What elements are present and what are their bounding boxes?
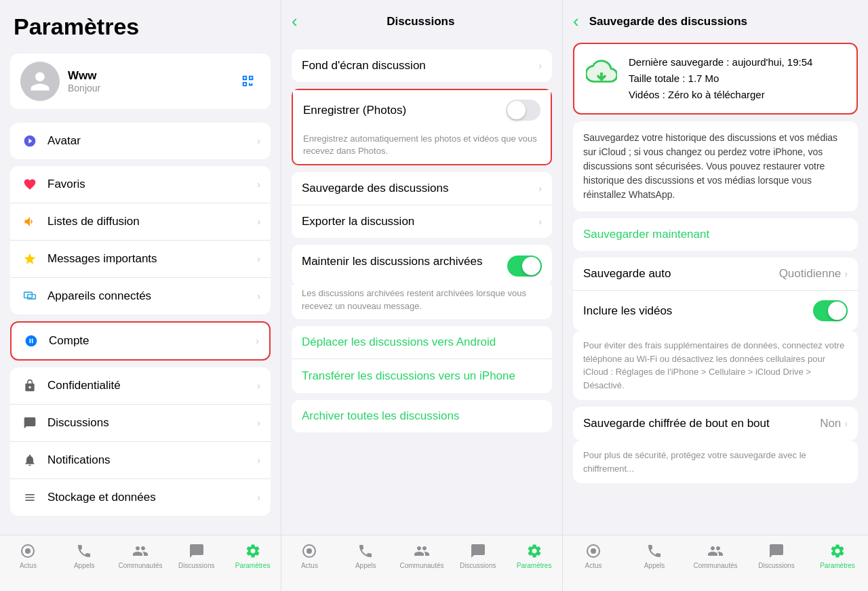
sidebar-item-favoris[interactable]: Favoris ›: [10, 166, 271, 203]
chevron-icon: ›: [256, 335, 259, 346]
tab-communautes-m[interactable]: Communautés: [394, 542, 450, 569]
svg-point-7: [591, 548, 596, 554]
sidebar-item-confidentialite-label: Confidentialité: [47, 379, 249, 392]
sidebar-item-messages-label: Messages importants: [47, 252, 249, 266]
description-card: Sauvegardez votre historique des discuss…: [573, 121, 858, 211]
sidebar-item-compte-label: Compte: [49, 334, 248, 348]
person-icon: [28, 70, 52, 93]
chevron-icon: ›: [538, 60, 542, 71]
tab-discussions-r[interactable]: Discussions: [746, 542, 807, 569]
menu-row-fond-ecran[interactable]: Fond d'écran discussion ›: [292, 49, 552, 82]
link-android[interactable]: Déplacer les discussions vers Android: [292, 326, 552, 359]
description-text: Sauvegardez votre historique des discuss…: [583, 131, 848, 202]
menu-row-exporter[interactable]: Exporter la discussion ›: [292, 205, 552, 238]
tab-parametres[interactable]: Paramètres: [224, 542, 281, 569]
parametres-icon: [244, 542, 262, 560]
fond-ecran-label: Fond d'écran discussion: [302, 59, 538, 73]
left-panel-header: Paramètres: [0, 0, 281, 47]
heart-icon: [20, 175, 39, 194]
sidebar-item-messages-importants[interactable]: Messages importants ›: [10, 241, 271, 278]
menu-section-compte: Compte ›: [10, 321, 271, 361]
menu-row-sauvegarde[interactable]: Sauvegarde des discussions ›: [292, 172, 552, 205]
storage-icon: [20, 488, 39, 507]
sidebar-item-confidentialite[interactable]: Confidentialité ›: [10, 367, 271, 405]
sauvegarde-section: Sauvegarde des discussions › Exporter la…: [292, 172, 552, 238]
chevron-icon: ›: [257, 216, 260, 227]
tab-appels[interactable]: Appels: [56, 542, 113, 569]
tab-discussions-label: Discussions: [178, 562, 214, 569]
archive-section: Maintenir les discussions archivées: [292, 245, 552, 286]
actus-icon-m: [300, 542, 318, 560]
back-button-right[interactable]: ‹: [573, 11, 579, 32]
sauvegarde-label: Sauvegarde des discussions: [302, 182, 538, 195]
tab-actus-m[interactable]: Actus: [281, 542, 338, 569]
middle-panel-header: ‹ Discussions: [281, 0, 562, 43]
archive-all-section: Archiver toutes les discussions: [292, 400, 552, 432]
encrypted-description-card: Pour plus de sécurité, protégez votre sa…: [573, 441, 858, 483]
encrypted-value: Non: [820, 417, 841, 430]
discussions-tab-icon: [188, 542, 205, 560]
left-panel: Paramètres Www Bonjour: [0, 0, 281, 591]
sauvegarde-auto-value: Quotidienne: [779, 267, 842, 281]
tab-discussions[interactable]: Discussions: [168, 542, 224, 569]
sauvegarde-auto-row[interactable]: Sauvegarde auto Quotidienne ›: [573, 258, 858, 291]
tab-actus[interactable]: Actus: [0, 542, 56, 569]
sidebar-item-listes-diffusion[interactable]: Listes de diffusion ›: [10, 203, 271, 241]
link-iphone[interactable]: Transférer les discussions vers un iPhon…: [292, 359, 552, 393]
videos-text: Vidéos : Zéro ko à télécharger: [629, 87, 846, 103]
tab-appels-m[interactable]: Appels: [338, 542, 394, 569]
archive-all-link[interactable]: Archiver toutes les discussions: [292, 400, 552, 432]
actus-icon: [19, 542, 37, 560]
tab-parametres-r[interactable]: Paramètres: [807, 542, 868, 569]
tab-actus-label-r: Actus: [585, 562, 601, 569]
total-size-text: Taille totale : 1.7 Mo: [629, 70, 846, 87]
tab-actus-r[interactable]: Actus: [563, 542, 624, 569]
sidebar-item-notifications[interactable]: Notifications ›: [10, 442, 271, 479]
inclure-videos-row[interactable]: Inclure les vidéos: [573, 291, 858, 331]
save-now-card[interactable]: Sauvegarder maintenant: [573, 218, 858, 251]
sidebar-item-appareils[interactable]: Appareils connectés ›: [10, 278, 271, 314]
qr-icon[interactable]: [236, 69, 260, 94]
broadcast-icon: [20, 212, 39, 231]
sidebar-item-listes-label: Listes de diffusion: [47, 215, 249, 228]
tab-communautes-label-m: Communautés: [399, 562, 443, 569]
save-now-button[interactable]: Sauvegarder maintenant: [583, 228, 709, 241]
sidebar-item-compte[interactable]: Compte ›: [12, 323, 269, 359]
communautes-icon-m: [413, 542, 431, 560]
tab-appels-r[interactable]: Appels: [624, 542, 685, 569]
sidebar-item-stockage[interactable]: Stockage et données ›: [10, 479, 271, 516]
backup-details: Dernière sauvegarde : aujourd'hui, 19:54…: [629, 54, 846, 103]
tab-discussions-m[interactable]: Discussions: [450, 542, 506, 569]
menu-section-main: Favoris › Listes de diffusion › Messages…: [10, 166, 271, 314]
tab-communautes[interactable]: Communautés: [113, 542, 169, 569]
back-button-middle[interactable]: ‹: [292, 11, 298, 32]
enregistrer-description: Enregistrez automatiquement les photos e…: [293, 130, 551, 164]
avatar-icon: [20, 131, 39, 150]
link-iphone-label: Transférer les discussions vers un iPhon…: [302, 369, 542, 384]
tab-communautes-r[interactable]: Communautés: [685, 542, 746, 569]
chevron-icon: ›: [257, 380, 260, 391]
account-icon: [22, 331, 41, 350]
tab-parametres-m[interactable]: Paramètres: [506, 542, 562, 569]
archiver-toggle[interactable]: [507, 256, 542, 277]
chevron-icon: ›: [844, 418, 848, 429]
appels-icon-r: [646, 542, 663, 560]
chevron-icon: ›: [538, 183, 542, 194]
inclure-videos-toggle[interactable]: [813, 300, 848, 321]
sidebar-item-avatar[interactable]: Avatar ›: [10, 123, 271, 159]
sidebar-item-appareils-label: Appareils connectés: [47, 289, 249, 303]
sidebar-item-discussions[interactable]: Discussions ›: [10, 405, 271, 442]
encrypted-description-text: Pour plus de sécurité, protégez votre sa…: [583, 449, 848, 475]
video-description-card: Pour éviter des frais supplémentaires de…: [573, 331, 858, 400]
appels-icon-m: [357, 542, 374, 560]
menu-row-archiver[interactable]: Maintenir les discussions archivées: [292, 245, 552, 286]
chevron-icon: ›: [538, 216, 542, 227]
svg-point-5: [307, 548, 312, 554]
settings-card: Sauvegarde auto Quotidienne › Inclure le…: [573, 258, 858, 331]
discussions-icon-m: [469, 542, 487, 560]
encrypted-row[interactable]: Sauvegarde chiffrée de bout en bout Non …: [573, 407, 858, 441]
profile-section[interactable]: Www Bonjour: [10, 54, 271, 109]
menu-row-enregistrer[interactable]: Enregistrer (Photos): [293, 90, 551, 130]
enregistrer-toggle[interactable]: [506, 100, 540, 121]
sidebar-item-notifications-label: Notifications: [47, 453, 249, 467]
